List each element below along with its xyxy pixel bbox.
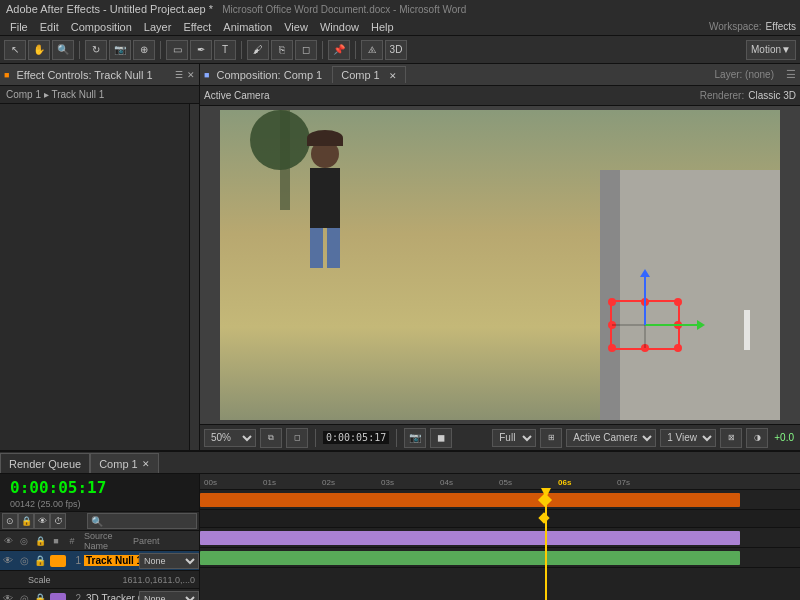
view-select[interactable]: 1 View xyxy=(660,429,716,447)
comp-tab-close[interactable]: ✕ xyxy=(389,71,397,81)
comp-channels-btn[interactable]: ⊠ xyxy=(720,428,742,448)
menu-animation[interactable]: Animation xyxy=(217,21,278,33)
person-head xyxy=(311,140,339,168)
effect-controls-close-icon[interactable]: ✕ xyxy=(187,70,195,80)
toolbar-sep-1 xyxy=(79,41,80,59)
comp-grid-btn[interactable]: ⊞ xyxy=(540,428,562,448)
menu-edit[interactable]: Edit xyxy=(34,21,65,33)
layer2-lock[interactable]: 🔒 xyxy=(32,593,48,600)
layer1-name: Track Null 1 xyxy=(84,555,139,566)
tl-btn-fps[interactable]: ⏱ xyxy=(50,513,66,529)
ruler-03s: 03s xyxy=(381,478,394,487)
layer2-vis[interactable]: 👁 xyxy=(0,593,16,600)
renderer-label: Renderer: xyxy=(700,90,744,101)
comp-viewer[interactable] xyxy=(200,106,800,424)
toolbar-rotate-tool[interactable]: ↻ xyxy=(85,40,107,60)
comp-snapshot-btn[interactable]: 📷 xyxy=(404,428,426,448)
tl-btn-shy[interactable]: 👁 xyxy=(34,513,50,529)
layer2-name: 3D Tracker Camera xyxy=(84,593,139,600)
menu-file[interactable]: File xyxy=(4,21,34,33)
bar-layer3 xyxy=(200,551,740,565)
layer2-parent[interactable]: None xyxy=(139,591,199,600)
menu-help[interactable]: Help xyxy=(365,21,400,33)
comp-tab-comp1[interactable]: Comp 1 ✕ xyxy=(332,66,406,83)
title-bar: Adobe After Effects - Untitled Project.a… xyxy=(0,0,800,18)
layer2-solo[interactable]: ◎ xyxy=(16,593,32,600)
comp-exposure-value: +0.0 xyxy=(774,432,794,443)
layer1-lock[interactable]: 🔒 xyxy=(32,555,48,566)
menu-layer[interactable]: Layer xyxy=(138,21,178,33)
timeline-timecode[interactable]: 0:00:05:17 xyxy=(4,476,195,499)
app-title: Adobe After Effects - Untitled Project.a… xyxy=(6,3,213,15)
toolbar-text-tool[interactable]: T xyxy=(214,40,236,60)
menu-composition[interactable]: Composition xyxy=(65,21,138,33)
toolbar-select-tool[interactable]: ↖ xyxy=(4,40,26,60)
comp-show-btn[interactable]: ◼ xyxy=(430,428,452,448)
toolbar-hand-tool[interactable]: ✋ xyxy=(28,40,50,60)
quality-select[interactable]: Full Half xyxy=(492,429,536,447)
tl-btn-solo[interactable]: ⊙ xyxy=(2,513,18,529)
col-solo: ◎ xyxy=(16,536,32,546)
menu-view[interactable]: View xyxy=(278,21,314,33)
scale-keyframe xyxy=(538,512,549,523)
zoom-select[interactable]: 50% 100% xyxy=(204,429,256,447)
layer1-solo[interactable]: ◎ xyxy=(16,555,32,566)
comp-panel-menu-icon[interactable]: ☰ xyxy=(786,68,796,81)
road xyxy=(600,170,780,420)
bar-row-1 xyxy=(200,490,800,510)
tab-render-queue[interactable]: Render Queue xyxy=(0,453,90,473)
comp-fit-btn[interactable]: ⧉ xyxy=(260,428,282,448)
marker-dot-tr xyxy=(674,298,682,306)
menu-effect[interactable]: Effect xyxy=(177,21,217,33)
menu-window[interactable]: Window xyxy=(314,21,365,33)
tl-btn-lock[interactable]: 🔒 xyxy=(18,513,34,529)
toolbar-mask-tool[interactable]: ▭ xyxy=(166,40,188,60)
effect-controls-scrollbar[interactable] xyxy=(189,104,199,450)
col-lock: 🔒 xyxy=(32,536,48,546)
effect-controls-menu-icon[interactable]: ☰ xyxy=(175,70,183,80)
ruler-06s: 06s xyxy=(558,478,571,487)
comp-exposure-btn[interactable]: ◑ xyxy=(746,428,768,448)
layer1-parent[interactable]: None xyxy=(139,553,199,569)
bar-row-3 xyxy=(200,548,800,568)
toolbar-clone-tool[interactable]: ⎘ xyxy=(271,40,293,60)
playhead[interactable] xyxy=(545,490,547,600)
timeline-ruler: 00s 01s 02s 03s 04s 05s 06s 07s xyxy=(200,474,800,490)
person-body xyxy=(310,168,340,228)
toolbar-motion-sketch[interactable]: Motion▼ xyxy=(746,40,796,60)
toolbar-3d[interactable]: 3D xyxy=(385,40,407,60)
tab-comp1[interactable]: Comp 1 ✕ xyxy=(90,453,159,473)
bar-row-2 xyxy=(200,528,800,548)
arrow-vertical xyxy=(644,275,646,325)
tab-comp1-label: Comp 1 xyxy=(99,458,138,470)
comp-footer: 50% 100% ⧉ ◻ 0:00:05:17 📷 ◼ Full Half ⊞ … xyxy=(200,424,800,450)
toolbar-pan-tool[interactable]: ⊕ xyxy=(133,40,155,60)
layer1-scale-label: Scale xyxy=(28,575,122,585)
person-legs xyxy=(310,228,340,268)
toolbar-zoom-tool[interactable]: 🔍 xyxy=(52,40,74,60)
layer1-vis[interactable]: 👁 xyxy=(0,555,16,566)
layer2-color xyxy=(50,593,66,600)
comp-canvas xyxy=(220,110,780,420)
renderer-value: Classic 3D xyxy=(748,90,796,101)
active-camera-label: Active Camera xyxy=(204,90,700,101)
camera-select[interactable]: Active Camera xyxy=(566,429,656,447)
comp-footer-sep1 xyxy=(315,429,316,447)
toolbar-cam-tool[interactable]: 📷 xyxy=(109,40,131,60)
toolbar-pen-tool[interactable]: ✒ xyxy=(190,40,212,60)
layer-row-1[interactable]: 👁 ◎ 🔒 1 Track Null 1 None xyxy=(0,551,199,571)
toolbar-brush-tool[interactable]: 🖌 xyxy=(247,40,269,60)
effect-controls-title: Effect Controls: Track Null 1 xyxy=(16,69,171,81)
layer-row-2[interactable]: 👁 ◎ 🔒 2 3D Tracker Camera None xyxy=(0,589,199,600)
main-layout: ■ Effect Controls: Track Null 1 ☰ ✕ Comp… xyxy=(0,64,800,450)
toolbar-snap[interactable]: ⧌ xyxy=(361,40,383,60)
timeline-right: 00s 01s 02s 03s 04s 05s 06s 07s xyxy=(200,474,800,600)
comp-rgn-btn[interactable]: ◻ xyxy=(286,428,308,448)
effect-controls-header: ■ Effect Controls: Track Null 1 ☰ ✕ xyxy=(0,64,199,86)
toolbar-eraser-tool[interactable]: ◻ xyxy=(295,40,317,60)
tab-comp1-close[interactable]: ✕ xyxy=(142,459,150,469)
col-num: # xyxy=(64,536,80,546)
toolbar-puppet-tool[interactable]: 📌 xyxy=(328,40,350,60)
timeline-search[interactable] xyxy=(87,513,197,529)
comp-tab-label: Comp 1 xyxy=(341,69,380,81)
